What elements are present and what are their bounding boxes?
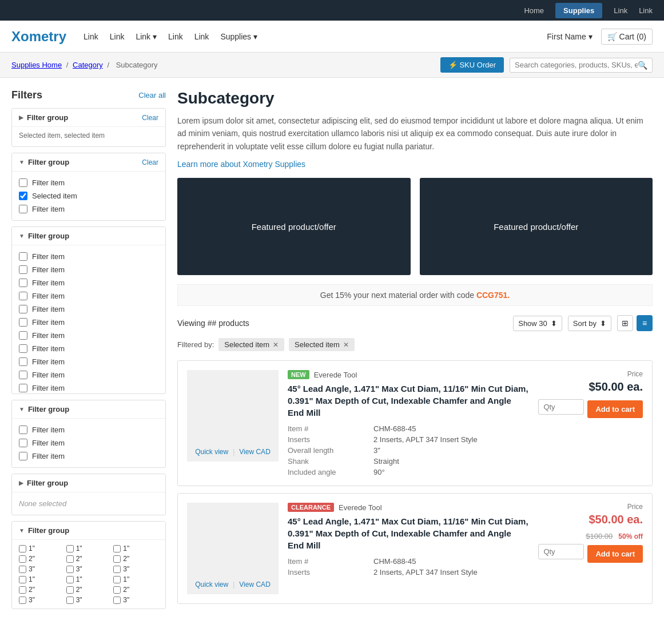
- add-to-cart-button-2[interactable]: Add to cart: [587, 545, 643, 563]
- filter-label[interactable]: Filter item: [32, 205, 65, 213]
- quick-view-link-1[interactable]: Quick view: [195, 448, 228, 456]
- filter-checkbox[interactable]: [19, 292, 27, 300]
- product-image-links-2: Quick view | View CAD: [195, 581, 271, 589]
- top-nav-supplies[interactable]: Supplies: [555, 3, 602, 18]
- top-nav-link1[interactable]: Link: [614, 6, 627, 15]
- filter-tag-1-remove[interactable]: ✕: [273, 341, 279, 349]
- list-item: 2": [66, 555, 112, 563]
- size-checkbox[interactable]: [113, 545, 121, 552]
- search-icon[interactable]: 🔍: [638, 61, 647, 70]
- product-name-1[interactable]: 45° Lead Angle, 1.471" Max Cut Diam, 11/…: [288, 383, 529, 419]
- top-nav-link2[interactable]: Link: [639, 6, 653, 15]
- filter-tag-2-remove[interactable]: ✕: [343, 341, 349, 349]
- filter-checkbox[interactable]: [19, 357, 27, 366]
- price-row-2: $100.00 50% off: [538, 532, 643, 540]
- filter-checkbox[interactable]: [19, 318, 27, 327]
- filter-checkbox[interactable]: [19, 452, 27, 460]
- filter-label[interactable]: Filter item: [32, 178, 65, 187]
- breadcrumb-home[interactable]: Supplies Home: [11, 61, 62, 69]
- filter-checkbox[interactable]: [19, 265, 27, 274]
- view-icons: ⊞ ≡: [617, 315, 653, 331]
- chevron-down-icon-4: ▼: [19, 406, 25, 412]
- filter-checkbox[interactable]: [19, 305, 27, 313]
- size-checkbox[interactable]: [19, 586, 26, 594]
- featured-product-2[interactable]: Featured product/offer: [420, 178, 653, 275]
- filter-group-2-clear[interactable]: Clear: [142, 158, 158, 166]
- size-checkbox[interactable]: [19, 555, 26, 563]
- nav-link-supplies[interactable]: Supplies ▾: [220, 32, 257, 41]
- filter-group-4-label: Filter group: [28, 405, 69, 414]
- size-checkbox[interactable]: [113, 566, 121, 573]
- nav-link-5[interactable]: Link: [194, 32, 209, 41]
- user-menu[interactable]: First Name ▾: [547, 32, 592, 41]
- filter-checkbox[interactable]: [19, 205, 27, 213]
- filter-group-2-header[interactable]: ▼ Filter group Clear: [12, 153, 165, 171]
- size-checkbox[interactable]: [66, 586, 74, 594]
- filter-checkbox[interactable]: [19, 178, 27, 187]
- filter-group-3-header[interactable]: ▼ Filter group: [12, 227, 165, 245]
- top-nav-home[interactable]: Home: [524, 6, 544, 15]
- nav-link-3[interactable]: Link ▾: [136, 32, 157, 41]
- sort-select[interactable]: Sort by ⬍: [568, 316, 611, 331]
- clear-all-link[interactable]: Clear all: [138, 91, 166, 100]
- price-value-1: $50.00 ea.: [538, 380, 643, 393]
- filter-group-2: ▼ Filter group Clear Filter item Selecte…: [11, 153, 166, 221]
- featured-product-1[interactable]: Featured product/offer: [177, 178, 411, 275]
- list-item: 3": [113, 596, 158, 604]
- size-checkbox[interactable]: [19, 597, 26, 604]
- size-checkbox[interactable]: [19, 566, 26, 573]
- grid-view-button[interactable]: ⊞: [617, 315, 633, 331]
- show-select[interactable]: Show 30 ⬍: [513, 316, 562, 331]
- filter-checkbox[interactable]: [19, 439, 27, 447]
- filter-checkbox-selected[interactable]: [19, 192, 27, 200]
- nav-link-1[interactable]: Link: [84, 32, 98, 41]
- table-row: Quick view | View CAD NEW Everede Tool 4…: [177, 360, 653, 486]
- filter-checkbox[interactable]: [19, 252, 27, 261]
- size-checkbox[interactable]: [113, 597, 121, 604]
- qty-input-1[interactable]: [538, 399, 584, 415]
- breadcrumb-category[interactable]: Category: [73, 61, 103, 69]
- view-cad-link-1[interactable]: View CAD: [239, 448, 270, 456]
- list-view-button[interactable]: ≡: [637, 315, 653, 331]
- size-checkbox[interactable]: [66, 566, 74, 573]
- filter-group-4-header[interactable]: ▼ Filter group: [12, 400, 165, 418]
- size-checkbox[interactable]: [19, 545, 26, 552]
- logo[interactable]: Xometry: [11, 29, 66, 45]
- filter-group-5-header[interactable]: ▶ Filter group: [12, 474, 165, 492]
- filter-group-6: ▼ Filter group 1" 1" 1" 2" 2" 2" 3" 3" 3…: [11, 521, 166, 609]
- filter-group-5: ▶ Filter group None selected: [11, 474, 166, 515]
- quick-view-link-2[interactable]: Quick view: [195, 581, 228, 589]
- nav-link-2[interactable]: Link: [110, 32, 125, 41]
- page-layout: Filters Clear all ▶ Filter group Clear S…: [0, 78, 664, 626]
- sku-order-button[interactable]: ⚡ SKU Order: [440, 57, 504, 73]
- size-checkbox[interactable]: [113, 576, 121, 583]
- featured-product-1-label: Featured product/offer: [252, 222, 336, 232]
- add-to-cart-button-1[interactable]: Add to cart: [587, 400, 643, 418]
- search-input[interactable]: [515, 61, 638, 69]
- filter-checkbox[interactable]: [19, 371, 27, 379]
- size-checkbox[interactable]: [66, 545, 74, 552]
- view-cad-link-2[interactable]: View CAD: [239, 581, 270, 589]
- size-checkbox[interactable]: [66, 555, 74, 563]
- size-checkbox[interactable]: [113, 555, 121, 563]
- filter-label-selected[interactable]: Selected item: [32, 192, 77, 200]
- filter-checkbox[interactable]: [19, 331, 27, 340]
- filter-group-1-header[interactable]: ▶ Filter group Clear: [12, 109, 165, 126]
- product-list: Quick view | View CAD NEW Everede Tool 4…: [177, 360, 653, 611]
- nav-link-4[interactable]: Link: [168, 32, 183, 41]
- filter-tag-1: Selected item ✕: [218, 338, 284, 351]
- size-checkbox[interactable]: [113, 586, 121, 594]
- learn-more-link[interactable]: Learn more about Xometry Supplies: [177, 160, 305, 169]
- filter-group-6-header[interactable]: ▼ Filter group: [12, 522, 165, 539]
- size-checkbox[interactable]: [19, 576, 26, 583]
- filter-checkbox[interactable]: [19, 279, 27, 287]
- filter-checkbox[interactable]: [19, 344, 27, 353]
- cart-button[interactable]: 🛒 Cart (0): [601, 29, 653, 45]
- size-checkbox[interactable]: [66, 576, 74, 583]
- qty-input-2[interactable]: [538, 544, 584, 559]
- filter-group-1-clear[interactable]: Clear: [142, 114, 158, 122]
- filter-checkbox[interactable]: [19, 384, 27, 392]
- product-name-2[interactable]: 45° Lead Angle, 1.471" Max Cut Diam, 11/…: [288, 515, 529, 551]
- filter-checkbox[interactable]: [19, 426, 27, 434]
- size-checkbox[interactable]: [66, 597, 74, 604]
